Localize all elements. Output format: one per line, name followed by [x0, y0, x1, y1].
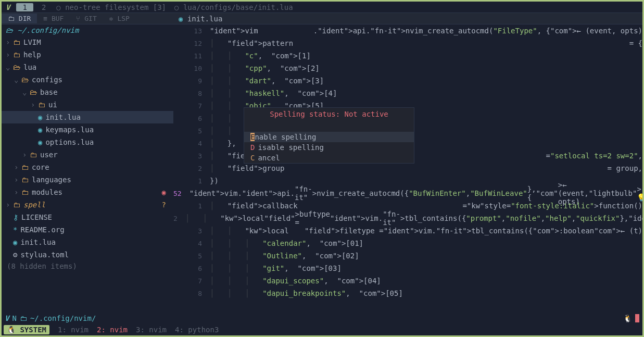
- popup-item-nable[interactable]: Enable spelling: [244, 132, 414, 142]
- code-line[interactable]: 13"ident">vim."ident">api."fn-it">nvim_c…: [173, 24, 642, 37]
- code-line[interactable]: 10│ │ "cpp", "com">[2]: [173, 62, 642, 74]
- code-line[interactable]: 4│ │ │ "calendar", "com">[01]: [173, 237, 642, 249]
- line-number: 1: [173, 202, 210, 210]
- file-icon: ◉: [13, 238, 17, 246]
- line-number: 1: [173, 177, 210, 185]
- tree-label: base: [40, 88, 58, 96]
- tree-label: lua: [23, 63, 36, 71]
- line-number: 5: [173, 252, 210, 260]
- tree-badge: ◉: [162, 188, 169, 196]
- tree-item-modules[interactable]: ›🗀modules◉: [2, 186, 173, 198]
- tree-item-lua[interactable]: ⌄🗁lua: [2, 61, 173, 73]
- tmux-system[interactable]: 🐧 SYSTEM: [4, 325, 49, 334]
- mode-indicator: V: [2, 3, 14, 11]
- popup-item-isable[interactable]: Disable spelling: [244, 142, 414, 153]
- tree-item-user[interactable]: ›🗀user: [2, 148, 173, 161]
- code-line[interactable]: 8│ │ "haskell", "com">[4]: [173, 87, 642, 99]
- line-number: 6: [173, 115, 210, 122]
- code-line[interactable]: 8│ │ │ "dapui_breakpoints", "com">[05]: [173, 287, 642, 299]
- chevron-icon: ›: [14, 188, 21, 196]
- tree-item-init-lua[interactable]: ◉init.lua: [2, 111, 173, 123]
- code-line[interactable]: 1│ "field">callback = "kw" style="font-s…: [173, 199, 642, 212]
- tmux-window[interactable]: 4: python3: [171, 326, 223, 334]
- code-line[interactable]: 11│ │ "c", "com">[1]: [173, 49, 642, 62]
- header-lsp[interactable]: ✲ LSP: [103, 14, 136, 23]
- tree-item-spell[interactable]: ›🗀spell?: [2, 198, 173, 211]
- editor[interactable]: 13"ident">vim."ident">api."fn-it">nvim_c…: [173, 24, 642, 313]
- tree-label: init.lua: [20, 238, 55, 246]
- tree-item-options-lua[interactable]: ◉options.lua: [2, 136, 173, 148]
- statusline: V N 🗀 ~/.config/nvim/ 🐧: [2, 313, 642, 324]
- line-number: 6: [173, 265, 210, 272]
- chevron-icon: ⌄: [14, 76, 21, 84]
- line-number: 4: [173, 240, 210, 247]
- sidebar-root[interactable]: 🗁 ~/.config/nvim: [2, 24, 173, 36]
- tree-item-languages[interactable]: ›🗀languages: [2, 173, 173, 186]
- folder-icon: 🗀: [21, 176, 29, 184]
- folder-icon: 🗀: [21, 163, 29, 171]
- tree-label: configs: [32, 76, 62, 84]
- code-line[interactable]: 12│ "field">pattern = {: [173, 37, 642, 49]
- chevron-icon: ›: [6, 51, 13, 59]
- tree-item-keymaps-lua[interactable]: ◉keymaps.lua: [2, 123, 173, 136]
- code-line[interactable]: 5│ │ │ "Outline", "com">[02]: [173, 249, 642, 262]
- code-line[interactable]: 9│ │ "dart", "com">[3]: [173, 74, 642, 87]
- hidden-items: (8 hidden items): [2, 261, 173, 271]
- code-line[interactable]: 3│ │ "kw">local "field">filetype = "iden…: [173, 224, 642, 237]
- line-number: 2: [173, 215, 185, 222]
- tree-item-license[interactable]: ⚷LICENSE: [2, 211, 173, 223]
- tree-item-stylua-toml[interactable]: ⚙stylua.toml: [2, 248, 173, 261]
- tree-label: ui: [48, 101, 57, 109]
- tree-item-help[interactable]: ›🗀help: [2, 48, 173, 61]
- file-icon: ◉: [38, 113, 42, 121]
- tmux-window[interactable]: 3: nvim: [132, 326, 171, 334]
- tree-label: stylua.toml: [20, 251, 69, 259]
- file-icon: ⚙: [13, 251, 17, 259]
- header-git[interactable]: ⑂ GIT: [70, 14, 103, 23]
- tree-item-base[interactable]: ⌄🗁base: [2, 86, 173, 98]
- code-line[interactable]: 6│ │ │ "git", "com">[03]: [173, 262, 642, 274]
- tree-item-lvim[interactable]: ›🗀LVIM: [2, 36, 173, 48]
- line-number: 5: [173, 127, 210, 135]
- header-buf[interactable]: ≡ BUF: [37, 14, 70, 23]
- tab-2[interactable]: 2: [35, 3, 52, 11]
- tree-label: core: [32, 163, 49, 171]
- line-number: 8: [173, 290, 210, 297]
- tree-item-configs[interactable]: ⌄🗁configs: [2, 73, 173, 86]
- popup-item-ancel[interactable]: Cancel: [244, 153, 414, 163]
- tree-label: help: [23, 51, 41, 59]
- tree-label: languages: [32, 176, 71, 184]
- tree-item-readme-org[interactable]: *README.org: [2, 223, 173, 236]
- chevron-icon: ›: [14, 176, 21, 184]
- header-dir[interactable]: 🗀 DIR: [2, 14, 37, 23]
- code-line[interactable]: 7│ │ │ "dapui_scopes", "com">[04]: [173, 274, 642, 287]
- tree-label: keymaps.lua: [45, 126, 94, 134]
- penguin-icon: 🐧: [623, 314, 635, 322]
- file-icon: ⚷: [13, 213, 18, 221]
- tree-item-ui[interactable]: ›🗀ui: [2, 98, 173, 111]
- chevron-icon: ›: [6, 38, 13, 46]
- tree-item-init-lua[interactable]: ◉init.lua: [2, 236, 173, 248]
- code-line[interactable]: 2│ "field">group = group,: [173, 162, 642, 174]
- line-number: 7: [173, 102, 210, 110]
- popup-title: Spelling status: Not active: [244, 108, 414, 120]
- code-line[interactable]: 2│ │ "kw">local "field">buftype = "ident…: [173, 212, 642, 224]
- line-number: 12: [173, 40, 210, 47]
- status-path: ~/.config/nvim/: [30, 314, 96, 322]
- tabline: V 1 2 ○ neo-tree filesystem [3] ○ lua/co…: [2, 2, 642, 13]
- tree-label: README.org: [20, 226, 64, 234]
- chevron-icon: ›: [14, 163, 21, 171]
- spelling-popup: Spelling status: Not active Enable spell…: [244, 107, 414, 164]
- line-number: 8: [173, 90, 210, 97]
- header-file[interactable]: ◉ init.lua: [173, 14, 228, 24]
- code-line[interactable]: 52"ident">vim."ident">api."fn-it">nvim_c…: [173, 187, 642, 199]
- folder-icon: 🗀: [21, 188, 29, 196]
- tabline-filepath[interactable]: ○ lua/configs/base/init.lua: [170, 3, 297, 11]
- tab-1[interactable]: 1: [16, 3, 33, 11]
- tree-item-core[interactable]: ›🗀core: [2, 161, 173, 173]
- tabline-neotree[interactable]: ○ neo-tree filesystem [3]: [52, 3, 170, 11]
- tmux-window[interactable]: 1: nvim: [54, 326, 93, 334]
- tmux-window[interactable]: 2: nvim: [93, 326, 132, 334]
- folder-icon: 🗀: [30, 151, 37, 159]
- status-mode: V: [5, 314, 12, 322]
